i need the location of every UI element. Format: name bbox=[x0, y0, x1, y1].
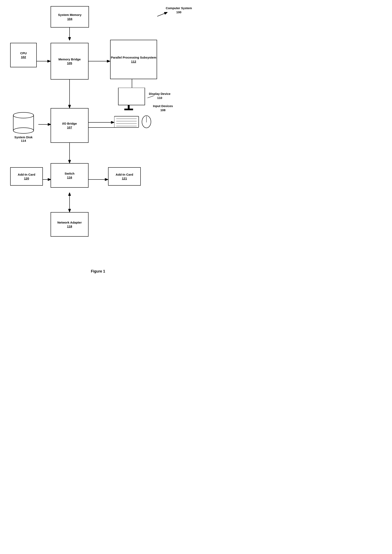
figure-caption: Figure 1 bbox=[0, 265, 196, 278]
svg-rect-19 bbox=[114, 116, 139, 127]
cpu-box: CPU 102 bbox=[10, 43, 37, 67]
svg-rect-15 bbox=[118, 88, 145, 105]
diagram-container: Computer System 100 System Memory 104 CP… bbox=[0, 0, 196, 265]
system-disk: System Disk 114 bbox=[10, 110, 37, 142]
svg-rect-17 bbox=[124, 109, 133, 110]
add-in-card-right-box: Add-In Card 121 bbox=[108, 167, 141, 186]
network-adapter-box: Network Adapter 118 bbox=[51, 212, 89, 237]
system-disk-label: System Disk bbox=[14, 135, 32, 139]
switch-box: Switch 116 bbox=[51, 163, 89, 188]
system-memory-box: System Memory 104 bbox=[51, 6, 89, 28]
display-device bbox=[117, 88, 147, 113]
parallel-processing-box: Parallel Processing Subsystem 112 bbox=[110, 40, 157, 79]
system-disk-number: 114 bbox=[21, 139, 26, 142]
svg-point-27 bbox=[13, 112, 34, 118]
memory-bridge-box: Memory Bridge 105 bbox=[51, 43, 89, 80]
svg-rect-16 bbox=[128, 105, 130, 109]
add-in-card-left-box: Add-In Card 120 bbox=[10, 167, 43, 186]
svg-line-14 bbox=[157, 12, 168, 16]
svg-point-28 bbox=[13, 128, 34, 133]
io-bridge-box: I/O Bridge 107 bbox=[51, 108, 89, 143]
svg-line-18 bbox=[147, 96, 154, 98]
input-devices-label: Input Devices 108 bbox=[153, 104, 173, 112]
input-devices bbox=[114, 114, 155, 131]
